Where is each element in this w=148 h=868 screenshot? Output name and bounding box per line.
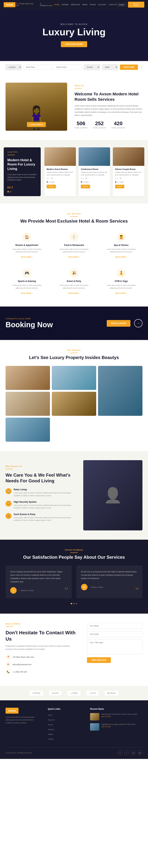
footer-gplus-icon[interactable]: g+ <box>138 750 143 755</box>
spa-icon: 💆 <box>117 232 126 242</box>
nav-news[interactable]: NEWS <box>82 4 88 5</box>
why-feature-text-2: Lorem ipsum dolor sit amet consectetur a… <box>14 504 74 509</box>
footer-link-services[interactable]: Services <box>48 728 54 731</box>
room-card-body-3: Deluxe Couple Room Aliquip eiusmod ullam… <box>113 166 144 191</box>
room-text-1: Aliquip eiusmod ullamco laboris nisi ess… <box>47 171 73 176</box>
gallery-img-1[interactable] <box>5 366 50 390</box>
gallery-img-3[interactable] <box>5 392 50 416</box>
contact-section: Need & Offers Don't Hesitate To Contact … <box>0 614 148 686</box>
service-readmore-3[interactable]: READ MORE + <box>115 256 127 258</box>
testimonial-card-2: At vero eos et accusamus iusto odio diqn… <box>77 565 143 598</box>
nav-pages[interactable]: PAGES <box>90 4 96 5</box>
room-img-3 <box>113 147 144 166</box>
nav-home[interactable]: HOME <box>54 4 60 5</box>
footer-link-home[interactable]: Home <box>48 714 52 716</box>
t-dot-3[interactable] <box>76 603 77 604</box>
quote-icon-2: " <box>136 586 139 595</box>
contact-phone: 📞 +1 (456) 789 108 <box>5 669 78 675</box>
service-readmore-6[interactable]: READ MORE + <box>115 292 127 294</box>
contact-submit-btn[interactable]: SEND MESSAGE <box>87 657 111 663</box>
gallery-img-4[interactable] <box>98 366 143 416</box>
author-info-1: — James M. Varney <box>19 590 33 591</box>
footer-news-title: Recent News <box>90 708 143 710</box>
nav-book-btn[interactable]: BOOK A ROOM <box>128 2 144 7</box>
why-feature-2: 🔒 High Security System Lorem ipsum dolor… <box>5 501 74 509</box>
footer-facebook-icon[interactable]: f <box>118 750 122 755</box>
room-title-1: Modern Guest Rooms <box>47 168 73 170</box>
t-dot-2[interactable] <box>73 603 75 604</box>
footer-logo: Avson <box>5 708 19 714</box>
service-title-3: Spa & Fitness <box>103 244 140 246</box>
guests-select[interactable]: Events <box>84 64 100 70</box>
stat-label-3: Gallery Attendants <box>111 127 125 129</box>
footer-link-about[interactable]: About Us <box>48 719 55 721</box>
about-badge: Luxury Interior <box>27 122 46 127</box>
contact-name-input[interactable] <box>87 623 143 629</box>
location-select[interactable]: Location <box>5 64 22 70</box>
why-section: Why Choose Us We Care You & We Feel What… <box>0 451 148 540</box>
footer-news-item-2: Highlighting The Major Hallmark Of Best … <box>90 723 143 731</box>
booking-arrow-btn[interactable]: → <box>134 319 143 328</box>
contact-email-input[interactable] <box>87 631 143 637</box>
rooms-select[interactable]: Adult <box>102 64 118 70</box>
nav-logo[interactable]: Avson <box>4 2 16 7</box>
search-bar: Location Events Adult BOOK NOW + <box>0 61 148 73</box>
nav-gallery[interactable]: GALLERY <box>98 4 107 5</box>
gallery-title: Let's See Luxury Property Insides Beauty… <box>5 354 143 360</box>
footer-news-date-1: June 12, 2023 <box>101 716 138 717</box>
gallery-img-2[interactable] <box>52 366 96 390</box>
language-selector[interactable]: English <box>117 3 126 6</box>
nav-services[interactable]: SERVICES <box>71 4 80 5</box>
testimonial-card-1: Omnis voluptas assumenda est omnis dolor… <box>5 565 72 598</box>
top-info-email: ✉ info@avson.com <box>40 3 54 6</box>
service-readmore-2[interactable]: READ MORE + <box>68 256 80 258</box>
service-rooms: 🏠 Rooms & Appartment Lorem ipsum dolor s… <box>5 229 48 261</box>
room-card-3: Deluxe Couple Room Aliquip eiusmod ullam… <box>113 147 144 196</box>
contact-message-input[interactable] <box>87 640 143 654</box>
service-readmore-1[interactable]: READ MORE + <box>21 256 33 258</box>
why-feature-content-2: High Security System Lorem ipsum dolor s… <box>14 501 74 509</box>
rooms-pagination <box>7 191 37 192</box>
rooms-tag: Luxury Produ... <box>7 151 37 153</box>
booking-cta-btn[interactable]: BOOK A ROOM <box>107 320 130 327</box>
nav-contact[interactable]: CONTACT <box>109 4 117 5</box>
room-meta-3: 🛏 2🚿 2 <box>115 178 142 179</box>
t-dot-1[interactable] <box>71 603 72 604</box>
hero-discover-btn[interactable]: DISCOVER MORE <box>61 41 87 47</box>
gallery-grid <box>5 366 143 442</box>
service-text-3: Lorem ipsum dolor sit amet consectetur a… <box>103 248 140 253</box>
about-text: Lorem ipsum dolor sit amet consectetur a… <box>75 104 143 117</box>
search-expand-icon[interactable]: + <box>141 66 143 69</box>
footer-linkedin-icon[interactable]: in <box>131 750 136 755</box>
footer-link-contact[interactable]: Contact <box>48 738 54 740</box>
partners-section: ★ BRAND ◆ LUXE ▲ PRIME ● ELITE ◉ GRAND <box>0 686 148 700</box>
checkout-input[interactable] <box>54 64 82 70</box>
booking-cta-left: Looking For Luxury Hotel Booking Now <box>5 318 53 329</box>
checkin-input[interactable] <box>24 64 52 70</box>
service-readmore-5[interactable]: READ MORE + <box>68 292 80 294</box>
footer-twitter-icon[interactable]: t <box>124 750 129 755</box>
room-book-btn-1[interactable]: BOOK <box>47 185 56 188</box>
room-book-btn-3[interactable]: BOOK <box>115 185 124 188</box>
search-btn[interactable]: BOOK NOW <box>120 64 138 70</box>
gallery-img-5[interactable] <box>52 392 96 416</box>
room-dot-2[interactable] <box>10 191 11 192</box>
footer-link-rooms[interactable]: Rooms <box>48 724 53 726</box>
author-avatar-2: D <box>81 584 88 590</box>
security-icon: 🔒 <box>5 501 11 506</box>
booking-cta-right: BOOK A ROOM → <box>107 319 143 328</box>
author-role-2: — David K. Vinson <box>89 586 103 588</box>
email-icon: ✉ <box>5 662 11 667</box>
service-readmore-4[interactable]: READ MORE + <box>21 292 33 294</box>
nav-rooms[interactable]: ROOMS <box>62 4 69 5</box>
rooms-sidebar-text: Lorem ipsum dolor sit amet consectetur a… <box>7 173 37 181</box>
footer-link-gallery[interactable]: Gallery <box>48 734 53 735</box>
why-divider <box>5 469 13 469</box>
about-title: Welcome To Avson Modern Hotel Room Sells… <box>75 92 143 102</box>
gallery-tag: Our Projects <box>5 349 143 351</box>
gallery-img-6[interactable] <box>5 417 50 442</box>
room-meta-2: 🛏 2🚿 1 <box>81 178 108 179</box>
room-dot-1[interactable] <box>7 191 9 192</box>
services-tag: Our Services <box>5 213 143 215</box>
room-book-btn-2[interactable]: BOOK <box>81 185 90 188</box>
